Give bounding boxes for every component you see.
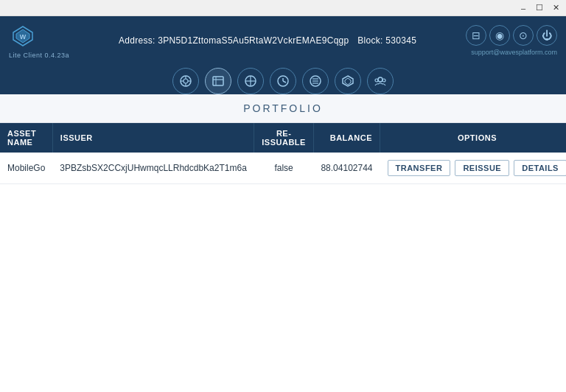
blocks-icon [244, 74, 257, 88]
options-cell: TRANSFER REISSUE DETAILS [380, 153, 566, 184]
balance-cell: 88.04102744 [313, 153, 380, 184]
col-header-issuer: ISSUER [52, 123, 254, 153]
options-buttons: TRANSFER REISSUE DETAILS [388, 160, 566, 176]
svg-line-18 [283, 81, 286, 83]
blocks-nav-button[interactable] [237, 68, 264, 94]
portfolio-table-area: ASSET NAME ISSUER RE-ISSUABLE BALANCE OP… [0, 123, 566, 392]
table-body: MobileGo 3PBZsbSX2CCxjUHwmqcLLRhdcdbKa2T… [0, 153, 566, 184]
network-icon-button[interactable]: ⊟ [466, 25, 486, 46]
col-header-reissuable: RE-ISSUABLE [254, 123, 314, 153]
svg-marker-24 [345, 78, 351, 85]
waves-logo: W [9, 22, 37, 50]
community-nav-button[interactable] [367, 68, 394, 94]
history-icon [276, 74, 290, 88]
col-header-asset: ASSET NAME [0, 123, 52, 153]
portfolio-icon [212, 74, 225, 88]
history-nav-button[interactable] [270, 68, 296, 94]
logo-area: W Lite Client 0.4.23a [9, 22, 69, 59]
svg-point-26 [375, 79, 378, 82]
support-email: support@wavesplatform.com [471, 49, 557, 56]
address-block: Address: 3PN5D1ZttomaS5Au5RtaW2VckrEMAE9… [69, 35, 466, 46]
main-window: – ☐ ✕ W Lite Client 0.4.23a Address: 3PN… [0, 0, 566, 392]
power-icon-button[interactable]: ⏻ [537, 25, 557, 46]
block-info: Block: 530345 [357, 35, 416, 46]
logo-text: Lite Client 0.4.23a [9, 52, 69, 59]
send-nav-button[interactable] [172, 68, 199, 94]
svg-point-5 [184, 79, 188, 83]
page-title: PORTFOLIO [243, 102, 323, 114]
assets-nav-button[interactable] [335, 68, 361, 94]
header-top: W Lite Client 0.4.23a Address: 3PN5D1Ztt… [9, 22, 557, 59]
asset-name-cell: MobileGo [0, 153, 52, 184]
page-title-bar: PORTFOLIO [0, 94, 566, 123]
title-bar: – ☐ ✕ [0, 0, 566, 16]
svg-text:W: W [20, 33, 27, 41]
address-text: Address: 3PN5D1ZttomaS5Au5RtaW2VckrEMAE9… [119, 35, 416, 46]
maximize-button[interactable]: ☐ [532, 1, 547, 15]
svg-rect-10 [213, 77, 223, 85]
table-row: MobileGo 3PBZsbSX2CCxjUHwmqcLLRhdcdbKa2T… [0, 153, 566, 184]
send-icon [179, 74, 192, 88]
col-header-balance: BALANCE [313, 123, 380, 153]
svg-point-25 [378, 77, 382, 82]
svg-point-27 [382, 79, 385, 82]
dex-nav-button[interactable] [302, 68, 329, 94]
details-button[interactable]: DETAILS [514, 160, 566, 176]
account-icon-button[interactable]: ⊙ [513, 25, 534, 46]
right-icon-row: ⊟ ◉ ⊙ ⏻ [466, 25, 557, 46]
portfolio-nav-button[interactable] [205, 68, 231, 94]
reissuable-cell: false [254, 153, 314, 184]
globe-icon-button[interactable]: ◉ [489, 25, 510, 46]
close-button[interactable]: ✕ [548, 1, 563, 15]
col-header-options: OPTIONS [380, 123, 566, 153]
table-header: ASSET NAME ISSUER RE-ISSUABLE BALANCE OP… [0, 123, 566, 153]
community-icon [374, 74, 387, 88]
portfolio-table: ASSET NAME ISSUER RE-ISSUABLE BALANCE OP… [0, 123, 566, 184]
right-icons: ⊟ ◉ ⊙ ⏻ support@wavesplatform.com [466, 25, 557, 56]
issuer-cell: 3PBZsbSX2CCxjUHwmqcLLRhdcdbKa2T1m6a [52, 153, 254, 184]
nav-icons [9, 63, 557, 94]
reissue-button[interactable]: REISSUE [455, 160, 509, 176]
transfer-button[interactable]: TRANSFER [388, 160, 451, 176]
dex-icon [309, 74, 322, 88]
assets-icon [341, 74, 354, 88]
header: W Lite Client 0.4.23a Address: 3PN5D1Ztt… [0, 16, 566, 94]
minimize-button[interactable]: – [516, 1, 531, 15]
